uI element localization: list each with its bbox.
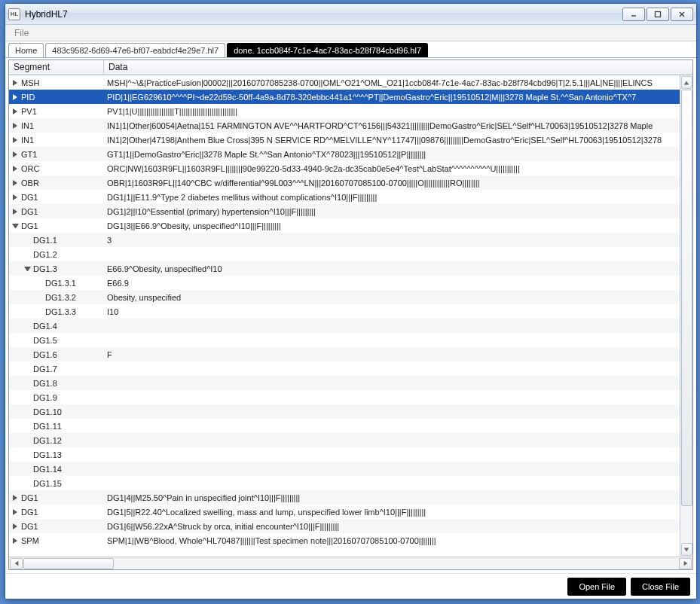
menu-file[interactable]: File <box>10 26 33 40</box>
open-file-button[interactable]: Open File <box>567 578 626 596</box>
segment-cell[interactable]: ORC <box>9 164 104 173</box>
grid-row[interactable]: DG1.9 <box>9 390 692 404</box>
grid-row[interactable]: DG1.3.1E66.9 <box>9 276 692 290</box>
grid-row[interactable]: PV1PV1|1|U|||||||||||||||||T||||||||||||… <box>9 104 692 118</box>
grid-row[interactable]: DG1DG1|3||E66.9^Obesity, unspecified^I10… <box>9 218 692 233</box>
segment-cell[interactable]: OBR <box>9 178 104 188</box>
expand-icon[interactable] <box>12 537 19 544</box>
segment-cell[interactable]: DG1.12 <box>9 436 104 445</box>
segment-cell[interactable]: DG1 <box>9 221 104 230</box>
data-cell[interactable]: Obesity, unspecified <box>104 293 692 302</box>
scroll-track[interactable] <box>680 90 692 542</box>
data-cell[interactable]: DG1|3||E66.9^Obesity, unspecified^I10|||… <box>104 221 692 230</box>
segment-cell[interactable]: DG1.3.3 <box>9 307 104 316</box>
data-cell[interactable]: E66.9^Obesity, unspecified^I10 <box>104 264 692 273</box>
segment-cell[interactable]: GT1 <box>9 150 104 159</box>
scroll-thumb[interactable] <box>681 90 692 506</box>
expand-icon[interactable] <box>12 93 19 100</box>
data-cell[interactable]: PID|1||EG629610^^^^PI~de22d59c-50ff-4a9a… <box>104 93 692 102</box>
expand-icon[interactable] <box>12 122 19 129</box>
segment-cell[interactable]: DG1.15 <box>9 479 104 488</box>
segment-cell[interactable]: DG1.4 <box>9 322 104 331</box>
close-button[interactable] <box>671 8 693 21</box>
expand-icon[interactable] <box>12 179 19 186</box>
maximize-button[interactable] <box>647 8 669 21</box>
data-cell[interactable]: DG1|4||M25.50^Pain in unspecified joint^… <box>104 493 692 502</box>
grid-row[interactable]: DG1.3.3I10 <box>9 304 692 319</box>
data-cell[interactable]: 3 <box>104 236 692 245</box>
collapse-icon[interactable] <box>24 265 31 272</box>
segment-cell[interactable]: DG1.3.2 <box>9 293 104 302</box>
tab-home[interactable]: Home <box>8 43 44 57</box>
collapse-icon[interactable] <box>12 222 19 229</box>
data-cell[interactable]: GT1|1||DemoGastro^Eric||3278 Maple St.^^… <box>104 150 692 159</box>
grid-row[interactable]: DG1.3.2Obesity, unspecified <box>9 290 692 304</box>
tab-file-1[interactable]: 483c9582-6d69-47e6-bf07-eabdcf4e29e7.hl7 <box>45 43 225 57</box>
segment-cell[interactable]: SPM <box>9 536 104 545</box>
grid-row[interactable]: DG1.12 <box>9 433 692 447</box>
expand-icon[interactable] <box>12 194 19 200</box>
grid-row[interactable]: DG1.13 <box>9 233 692 247</box>
grid-row[interactable]: DG1.2 <box>9 247 692 261</box>
segment-cell[interactable]: DG1.6 <box>9 350 104 359</box>
hscroll-track[interactable] <box>23 558 678 569</box>
grid-row[interactable]: IN1IN1|2|Other|47198|Anthem Blue Cross|3… <box>9 133 692 147</box>
segment-cell[interactable]: DG1 <box>9 493 104 502</box>
data-cell[interactable]: DG1|5||R22.40^Localized swelling, mass a… <box>104 508 692 517</box>
expand-icon[interactable] <box>12 508 19 515</box>
segment-cell[interactable]: DG1 <box>9 207 104 216</box>
segment-cell[interactable]: DG1 <box>9 522 104 531</box>
expand-icon[interactable] <box>12 523 19 529</box>
scroll-down-icon[interactable] <box>681 543 692 556</box>
titlebar[interactable]: HL HybridHL7 <box>5 4 696 25</box>
segment-cell[interactable]: PID <box>9 93 104 102</box>
vertical-scrollbar[interactable] <box>680 75 692 557</box>
segment-cell[interactable]: DG1.3.1 <box>9 279 104 288</box>
col-header-data[interactable]: Data <box>104 60 692 75</box>
segment-cell[interactable]: DG1 <box>9 193 104 202</box>
grid-row[interactable]: DG1.15 <box>9 476 692 490</box>
grid-row[interactable]: DG1.6F <box>9 347 692 361</box>
expand-icon[interactable] <box>12 208 19 215</box>
grid-row[interactable]: DG1.4 <box>9 319 692 333</box>
data-cell[interactable]: DG1|1||E11.9^Type 2 diabetes mellitus wi… <box>104 193 692 202</box>
expand-icon[interactable] <box>12 494 19 501</box>
segment-cell[interactable]: DG1.2 <box>9 250 104 259</box>
grid-row[interactable]: DG1DG1|1||E11.9^Type 2 diabetes mellitus… <box>9 190 692 204</box>
grid-row[interactable]: DG1.5 <box>9 333 692 347</box>
grid-row[interactable]: GT1GT1|1||DemoGastro^Eric||3278 Maple St… <box>9 147 692 161</box>
scroll-right-icon[interactable] <box>679 558 692 569</box>
hscroll-thumb[interactable] <box>23 558 114 569</box>
segment-cell[interactable]: DG1.9 <box>9 393 104 402</box>
grid-row[interactable]: DG1.8 <box>9 376 692 390</box>
segment-cell[interactable]: DG1.7 <box>9 365 104 374</box>
data-cell[interactable]: F <box>104 350 692 359</box>
grid-row[interactable]: DG1DG1|5||R22.40^Localized swelling, mas… <box>9 505 692 519</box>
grid-row[interactable]: DG1.7 <box>9 361 692 376</box>
grid-row[interactable]: MSHMSH|^~\&|PracticeFusion|00002|||20160… <box>9 75 692 90</box>
expand-icon[interactable] <box>12 79 19 86</box>
data-cell[interactable]: DG1|6||W56.22xA^Struck by orca, initial … <box>104 522 692 531</box>
expand-icon[interactable] <box>12 151 19 157</box>
segment-cell[interactable]: DG1 <box>9 508 104 517</box>
data-cell[interactable]: MSH|^~\&|PracticeFusion|00002|||20160707… <box>104 78 692 87</box>
expand-icon[interactable] <box>12 108 19 114</box>
scroll-up-icon[interactable] <box>681 76 692 89</box>
data-cell[interactable]: ORC|NW|1603R9FL||1603R9FL||||||||90e9922… <box>104 164 692 173</box>
segment-cell[interactable]: IN1 <box>9 121 104 130</box>
data-cell[interactable]: DG1|2||I10^Essential (primary) hypertens… <box>104 207 692 216</box>
grid-row[interactable]: DG1.13 <box>9 447 692 462</box>
segment-cell[interactable]: PV1 <box>9 107 104 116</box>
segment-cell[interactable]: DG1.14 <box>9 465 104 474</box>
tab-file-2[interactable]: done. 1ccb084f-7c1e-4ac7-83ac-b28f784cbd… <box>227 43 428 57</box>
segment-cell[interactable]: DG1.11 <box>9 422 104 431</box>
data-cell[interactable]: IN1|1|Other|60054|Aetna|151 FARMINGTON A… <box>104 121 692 130</box>
segment-cell[interactable]: DG1.1 <box>9 236 104 245</box>
minimize-button[interactable] <box>622 8 645 21</box>
grid-row[interactable]: DG1.11 <box>9 419 692 433</box>
segment-cell[interactable]: DG1.8 <box>9 379 104 388</box>
scroll-left-icon[interactable] <box>10 558 23 569</box>
horizontal-scrollbar[interactable] <box>9 557 692 569</box>
grid-row[interactable]: OBROBR|1|1603R9FL||140^CBC w/differentia… <box>9 175 692 190</box>
data-cell[interactable]: E66.9 <box>104 279 692 288</box>
